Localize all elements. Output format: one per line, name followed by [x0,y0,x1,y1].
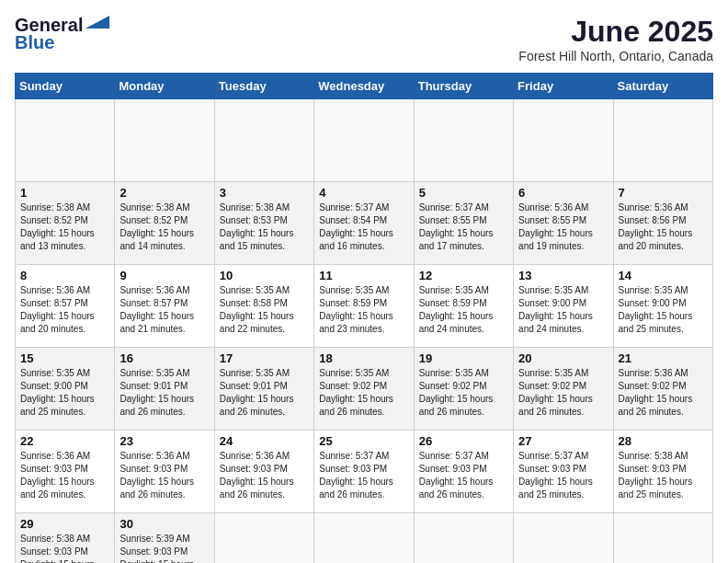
calendar-cell: 6Sunrise: 5:36 AMSunset: 8:55 PMDaylight… [514,182,613,265]
cell-info: and 15 minutes. [220,240,309,253]
cell-info: and 26 minutes. [319,488,408,501]
calendar-cell: 7Sunrise: 5:36 AMSunset: 8:56 PMDaylight… [613,182,712,265]
month-title: June 2025 [518,15,713,49]
cell-info: Daylight: 15 hours [518,310,608,323]
calendar-cell: 22Sunrise: 5:36 AMSunset: 9:03 PMDayligh… [16,431,115,513]
cell-info: Daylight: 15 hours [119,476,209,488]
logo: General Blue [15,15,110,53]
cell-info: Daylight: 15 hours [119,227,209,240]
cell-info: Daylight: 15 hours [20,558,109,563]
cell-info: Sunrise: 5:35 AM [20,367,109,380]
day-number: 25 [319,434,408,448]
calendar-cell [414,99,513,182]
day-number: 13 [518,269,608,282]
cell-info: Sunrise: 5:35 AM [319,367,408,380]
day-number: 7 [619,186,708,200]
cell-info: Sunset: 8:59 PM [419,297,508,310]
cell-info: and 25 minutes. [619,323,708,336]
calendar-cell: 30Sunrise: 5:39 AMSunset: 9:03 PMDayligh… [115,513,214,564]
cell-info: Sunrise: 5:38 AM [220,201,309,214]
cell-info: Daylight: 15 hours [319,393,408,406]
calendar-cell: 4Sunrise: 5:37 AMSunset: 8:54 PMDaylight… [314,182,414,265]
cell-info: Sunrise: 5:36 AM [220,450,309,463]
day-number: 21 [619,351,708,365]
cell-info: and 20 minutes. [619,240,708,253]
location: Forest Hill North, Ontario, Canada [518,49,713,63]
calendar-header-row: SundayMondayTuesdayWednesdayThursdayFrid… [16,74,713,99]
cell-info: Sunrise: 5:38 AM [20,533,109,546]
calendar-cell [514,513,613,564]
day-number: 14 [619,269,708,282]
cell-info: Sunset: 8:52 PM [119,214,209,227]
cell-info: and 19 minutes. [518,240,608,253]
cell-info: and 26 minutes. [419,488,508,501]
cell-info: and 16 minutes. [319,240,408,253]
cell-info: Sunset: 9:03 PM [518,463,608,476]
cell-info: and 21 minutes. [119,323,209,336]
calendar-cell: 25Sunrise: 5:37 AMSunset: 9:03 PMDayligh… [314,431,414,513]
cell-info: and 26 minutes. [119,406,209,419]
cell-info: and 14 minutes. [119,240,209,253]
cell-info: Sunset: 8:55 PM [419,214,508,227]
calendar-cell [314,99,414,182]
cell-info: Daylight: 15 hours [518,227,608,240]
cell-info: and 17 minutes. [419,240,508,253]
cell-info: Sunset: 8:54 PM [319,214,408,227]
logo-icon [85,16,110,29]
cell-info: Sunset: 8:57 PM [20,297,109,310]
cell-info: Sunset: 8:58 PM [220,297,309,310]
cell-info: Daylight: 15 hours [319,310,408,323]
calendar-cell [613,99,712,182]
calendar-cell: 18Sunrise: 5:35 AMSunset: 9:02 PMDayligh… [314,348,414,431]
cell-info: Daylight: 15 hours [119,310,209,323]
calendar-cell [214,513,313,564]
cell-info: Sunrise: 5:35 AM [319,284,408,297]
cell-info: Sunrise: 5:35 AM [619,284,708,297]
day-number: 26 [419,434,508,448]
cell-info: Sunrise: 5:35 AM [518,284,608,297]
calendar-cell: 9Sunrise: 5:36 AMSunset: 8:57 PMDaylight… [115,265,214,348]
calendar-cell [16,99,115,182]
cell-info: Daylight: 15 hours [419,393,508,406]
cell-info: Sunset: 9:03 PM [119,463,209,476]
calendar-cell: 27Sunrise: 5:37 AMSunset: 9:03 PMDayligh… [514,431,613,513]
cell-info: Sunset: 8:53 PM [220,214,309,227]
cell-info: and 25 minutes. [518,488,608,501]
cell-info: Sunrise: 5:38 AM [20,201,109,214]
calendar-cell: 2Sunrise: 5:38 AMSunset: 8:52 PMDaylight… [115,182,214,265]
cell-info: Daylight: 15 hours [20,476,109,488]
day-number: 8 [20,269,109,282]
calendar-cell: 8Sunrise: 5:36 AMSunset: 8:57 PMDaylight… [16,265,115,348]
cell-info: Sunrise: 5:36 AM [619,201,708,214]
cell-info: and 20 minutes. [20,323,109,336]
logo-blue: Blue [15,32,54,53]
cell-info: and 13 minutes. [20,240,109,253]
cell-info: Daylight: 15 hours [220,227,309,240]
cell-info: and 24 minutes. [518,323,608,336]
cell-info: Daylight: 15 hours [20,310,109,323]
calendar-cell [414,513,513,564]
calendar-cell: 11Sunrise: 5:35 AMSunset: 8:59 PMDayligh… [314,265,414,348]
cell-info: Daylight: 15 hours [20,227,109,240]
cell-info: Sunset: 9:01 PM [220,380,309,393]
title-block: June 2025 Forest Hill North, Ontario, Ca… [518,15,713,63]
cell-info: Sunset: 8:59 PM [319,297,408,310]
cell-info: Sunset: 8:52 PM [20,214,109,227]
cell-info: Sunset: 9:03 PM [619,463,708,476]
cell-info: and 23 minutes. [319,323,408,336]
header-day-thursday: Thursday [414,74,513,99]
cell-info: Sunrise: 5:38 AM [619,450,708,463]
cell-info: Sunrise: 5:35 AM [220,367,309,380]
cell-info: Sunset: 9:03 PM [220,463,309,476]
calendar-cell: 5Sunrise: 5:37 AMSunset: 8:55 PMDaylight… [414,182,513,265]
calendar-week-1: 1Sunrise: 5:38 AMSunset: 8:52 PMDaylight… [16,182,713,265]
cell-info: Sunrise: 5:36 AM [518,201,608,214]
cell-info: Sunset: 8:57 PM [119,297,209,310]
cell-info: Sunset: 9:03 PM [319,463,408,476]
cell-info: Sunset: 9:02 PM [419,380,508,393]
header-day-tuesday: Tuesday [214,74,313,99]
calendar-cell: 28Sunrise: 5:38 AMSunset: 9:03 PMDayligh… [613,431,712,513]
day-number: 19 [419,351,508,365]
day-number: 22 [20,434,109,448]
calendar-week-4: 22Sunrise: 5:36 AMSunset: 9:03 PMDayligh… [16,431,713,513]
